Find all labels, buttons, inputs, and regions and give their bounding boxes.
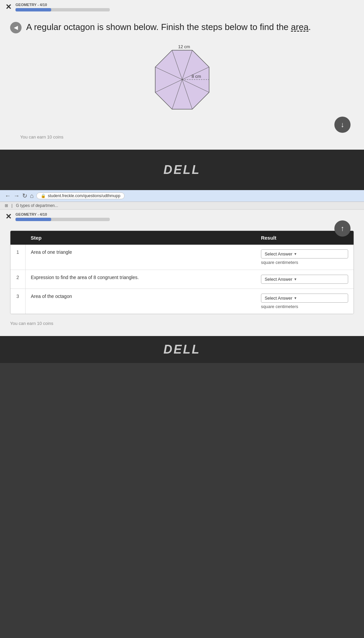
dell-divider-top: DELL bbox=[0, 150, 364, 190]
underline-area: area bbox=[291, 22, 308, 32]
browser-bar: ← → ↻ ⌂ 🔒 student.freckle.com/questions/… bbox=[0, 190, 364, 202]
steps-table: Step Result 1Area of one triangleSelect … bbox=[10, 231, 354, 314]
row-num-1: 1 bbox=[10, 245, 25, 270]
table-row: 1Area of one triangleSelect Answer ▼squa… bbox=[10, 245, 354, 270]
select-answer-button-2[interactable]: Select Answer ▼ bbox=[261, 275, 348, 284]
progress-bar-fill-2 bbox=[15, 218, 51, 221]
octagon-diagram: 12 cm 8 cm bbox=[10, 40, 354, 128]
row-step-3: Area of the octagon bbox=[25, 289, 256, 314]
unit-text-3: square centimeters bbox=[261, 304, 348, 309]
bottom-header: ✕ GEOMETRY - 4/10 bbox=[0, 210, 364, 224]
tab-label[interactable]: G types of departmen... bbox=[16, 203, 58, 208]
question-body: ◀ A regular octagon is shown below. Fini… bbox=[0, 14, 364, 143]
audio-icon[interactable]: ◀ bbox=[10, 22, 22, 33]
progress-label: GEOMETRY - 4/10 bbox=[15, 3, 359, 7]
select-answer-button-1[interactable]: Select Answer ▼ bbox=[261, 249, 348, 259]
coins-text-bottom: You can earn 10 coins bbox=[0, 321, 364, 326]
security-icon: 🔒 bbox=[41, 193, 46, 198]
top-header: ✕ GEOMETRY - 4/10 bbox=[0, 0, 364, 14]
svg-text:8 cm: 8 cm bbox=[192, 74, 201, 79]
progress-bar-background-2 bbox=[15, 218, 110, 221]
close-button-2[interactable]: ✕ bbox=[5, 212, 11, 221]
forward-button[interactable]: → bbox=[13, 192, 20, 200]
row-num-3: 3 bbox=[10, 289, 25, 314]
home-button[interactable]: ⌂ bbox=[30, 192, 34, 200]
scroll-up-button[interactable]: ↑ bbox=[334, 220, 351, 237]
refresh-button[interactable]: ↻ bbox=[22, 192, 27, 200]
url-text: student.freckle.com/questions/udthmupp bbox=[48, 193, 120, 198]
apps-icon: ⊞ bbox=[5, 203, 8, 208]
bottom-panel: ← → ↻ ⌂ 🔒 student.freckle.com/questions/… bbox=[0, 190, 364, 336]
progress-bar-background bbox=[15, 8, 110, 11]
dropdown-caret: ▼ bbox=[294, 277, 297, 281]
scroll-down-button[interactable]: ↓ bbox=[334, 117, 351, 133]
question-text: ◀ A regular octagon is shown below. Fini… bbox=[10, 21, 354, 33]
unit-text-1: square centimeters bbox=[261, 260, 348, 265]
row-num-2: 2 bbox=[10, 270, 25, 289]
tab-bar: ⊞ | G types of departmen... bbox=[0, 202, 364, 210]
row-result-1: Select Answer ▼square centimeters bbox=[256, 245, 354, 270]
steps-table-wrapper: Step Result 1Area of one triangleSelect … bbox=[10, 231, 354, 314]
dropdown-caret: ▼ bbox=[294, 296, 297, 300]
progress-section: GEOMETRY - 4/10 bbox=[15, 3, 359, 11]
table-row: 3Area of the octagonSelect Answer ▼squar… bbox=[10, 289, 354, 314]
dell-logo-bottom: DELL bbox=[164, 342, 201, 357]
col-header-step: Step bbox=[25, 231, 256, 245]
dell-logo-top: DELL bbox=[164, 163, 201, 177]
progress-section-2: GEOMETRY - 4/10 bbox=[15, 212, 359, 221]
coins-text-top: You can earn 10 coins bbox=[10, 134, 354, 140]
divider: | bbox=[11, 203, 12, 208]
top-panel: ✕ GEOMETRY - 4/10 ◀ A regular octagon is… bbox=[0, 0, 364, 150]
table-header-row: Step Result bbox=[10, 231, 354, 245]
row-step-1: Area of one triangle bbox=[25, 245, 256, 270]
col-header-num bbox=[10, 231, 25, 245]
svg-text:12 cm: 12 cm bbox=[178, 44, 190, 49]
table-row: 2Expression to find the area of 8 congru… bbox=[10, 270, 354, 289]
progress-label-2: GEOMETRY - 4/10 bbox=[15, 212, 359, 216]
dropdown-caret: ▼ bbox=[294, 252, 297, 256]
url-bar[interactable]: 🔒 student.freckle.com/questions/udthmupp bbox=[36, 192, 125, 199]
row-result-3: Select Answer ▼square centimeters bbox=[256, 289, 354, 314]
close-button[interactable]: ✕ bbox=[5, 3, 11, 11]
progress-bar-fill bbox=[15, 8, 51, 11]
back-button[interactable]: ← bbox=[5, 192, 11, 200]
dell-divider-bottom: DELL bbox=[0, 336, 364, 363]
select-answer-button-3[interactable]: Select Answer ▼ bbox=[261, 294, 348, 303]
row-step-2: Expression to find the area of 8 congrue… bbox=[25, 270, 256, 289]
row-result-2: Select Answer ▼ bbox=[256, 270, 354, 289]
